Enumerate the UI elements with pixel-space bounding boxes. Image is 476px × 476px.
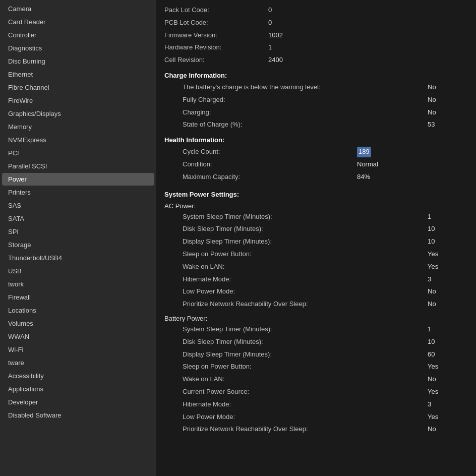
top-fields: Pack Lot Code:0PCB Lot Code:0Firmware Ve… (164, 4, 468, 67)
sidebar-item-locations[interactable]: Locations (2, 304, 154, 317)
field-value: Normal (357, 159, 378, 170)
sidebar-item-diagnostics[interactable]: Diagnostics (2, 42, 154, 54)
ac-field-row: Sleep on Power Button:Yes (164, 248, 468, 261)
sidebar-item-sas[interactable]: SAS (2, 199, 154, 212)
sidebar-item-wifi[interactable]: Wi-Fi (2, 343, 154, 356)
field-value: No (428, 82, 436, 93)
ac-field-row: Wake on LAN:Yes (164, 261, 468, 273)
field-label: State of Charge (%): (183, 120, 425, 130)
field-value: 3 (428, 274, 431, 285)
battery-field-row: Low Power Mode:Yes (164, 411, 468, 424)
sidebar-item-card-reader[interactable]: Card Reader (2, 16, 154, 28)
sidebar-item-applications[interactable]: Applications (2, 383, 154, 395)
field-label: Sleep on Power Button: (183, 362, 425, 372)
ac-fields: System Sleep Timer (Minutes):1Disk Sleep… (164, 211, 468, 311)
sidebar-item-power[interactable]: Power (2, 173, 154, 186)
sidebar-item-memory[interactable]: Memory (2, 121, 154, 133)
field-value: Yes (428, 362, 438, 372)
sidebar-item-pci[interactable]: PCI (2, 147, 154, 159)
field-value: 84% (357, 172, 370, 183)
battery-field-row: System Sleep Timer (Minutes):1 (164, 323, 468, 336)
charge-section-header: Charge Information: (164, 72, 468, 79)
field-label: Cycle Count: (183, 147, 354, 157)
sidebar-item-graphics-displays[interactable]: Graphics/Displays (2, 107, 154, 120)
field-label: Low Power Mode: (183, 286, 425, 297)
field-label: Fully Charged: (183, 95, 425, 105)
sidebar-item-volumes[interactable]: Volumes (2, 317, 154, 330)
field-value: 3 (428, 399, 431, 410)
field-label: Disk Sleep Timer (Minutes): (183, 337, 425, 347)
charge-field-row: The battery's charge is below the warnin… (164, 81, 468, 94)
health-field-row: Condition:Normal (164, 158, 468, 171)
sidebar-item-developer[interactable]: Developer (2, 396, 154, 408)
ac-power-header: AC Power: (164, 202, 468, 210)
field-value: 2400 (268, 55, 283, 66)
top-field-row: Cell Revision:2400 (164, 54, 468, 67)
battery-power-header: Battery Power: (164, 315, 468, 322)
sidebar-item-thunderbolt-usb4[interactable]: Thunderbolt/USB4 (2, 252, 154, 264)
battery-field-row: Disk Sleep Timer (Minutes):10 (164, 336, 468, 348)
health-section-header: Health Information: (164, 136, 468, 144)
field-value: Yes (428, 249, 438, 260)
field-value: 10 (428, 337, 435, 347)
ac-field-row: System Sleep Timer (Minutes):1 (164, 211, 468, 223)
sidebar-item-sata[interactable]: SATA (2, 212, 154, 225)
sidebar-item-controller[interactable]: Controller (2, 29, 154, 41)
field-label: Hibernate Mode: (183, 274, 425, 285)
field-value: 0 (268, 5, 272, 16)
sidebar-item-accessibility[interactable]: Accessibility (2, 370, 154, 382)
charge-field-row: State of Charge (%):53 (164, 118, 468, 131)
field-value: 10 (428, 236, 435, 247)
field-value: Yes (428, 262, 438, 272)
field-value: 60 (428, 349, 435, 360)
sidebar-item-storage[interactable]: Storage (2, 239, 154, 251)
field-label: Current Power Source: (183, 387, 425, 397)
field-label: Hibernate Mode: (183, 399, 425, 410)
top-field-row: Firmware Version:1002 (164, 29, 468, 42)
sidebar-item-fibre-channel[interactable]: Fibre Channel (2, 81, 154, 94)
field-label: Display Sleep Timer (Minutes): (183, 349, 425, 360)
sidebar-item-usb[interactable]: USB (2, 265, 154, 277)
sidebar-item-parallel-scsi[interactable]: Parallel SCSI (2, 160, 154, 172)
sidebar-item-software[interactable]: tware (2, 356, 154, 369)
ac-field-row: Display Sleep Timer (Minutes):10 (164, 235, 468, 248)
field-value: 1002 (268, 30, 283, 41)
sidebar-item-network[interactable]: twork (2, 278, 154, 290)
field-value: No (428, 286, 436, 297)
battery-field-row: Prioritize Network Reachability Over Sle… (164, 423, 468, 436)
sidebar-item-ethernet[interactable]: Ethernet (2, 68, 154, 81)
field-label: Display Sleep Timer (Minutes): (183, 236, 425, 247)
sidebar: CameraCard ReaderControllerDiagnosticsDi… (0, 0, 156, 476)
field-label: Charging: (183, 107, 425, 118)
sidebar-item-camera[interactable]: Camera (2, 3, 154, 15)
field-label: Prioritize Network Reachability Over Sle… (183, 424, 425, 435)
ac-field-row: Prioritize Network Reachability Over Sle… (164, 298, 468, 311)
battery-field-row: Current Power Source:Yes (164, 386, 468, 398)
sidebar-item-disc-burning[interactable]: Disc Burning (2, 55, 154, 68)
sidebar-item-nvmexpress[interactable]: NVMExpress (2, 134, 154, 146)
field-label: Wake on LAN: (183, 374, 425, 385)
field-value: Yes (428, 412, 438, 423)
health-fields: Cycle Count:189Condition:NormalMaximum C… (164, 146, 468, 183)
field-value: 0 (268, 18, 272, 28)
field-label: The battery's charge is below the warnin… (183, 82, 425, 93)
sidebar-item-firewall[interactable]: Firewall (2, 291, 154, 304)
battery-field-row: Wake on LAN:No (164, 373, 468, 386)
sidebar-item-firewire[interactable]: FireWire (2, 94, 154, 107)
field-label: Hardware Revision: (164, 42, 265, 53)
field-label: System Sleep Timer (Minutes): (183, 212, 425, 222)
health-field-row: Cycle Count:189 (164, 146, 468, 158)
sidebar-item-disabled-software[interactable]: Disabled Software (2, 409, 154, 422)
sidebar-item-printers[interactable]: Printers (2, 186, 154, 199)
top-field-row: Pack Lot Code:0 (164, 4, 468, 17)
sidebar-item-spi[interactable]: SPI (2, 225, 154, 238)
field-value: No (428, 95, 436, 105)
field-label: Maximum Capacity: (183, 172, 354, 183)
field-value: 53 (428, 120, 435, 130)
field-value: No (428, 299, 436, 310)
system-power-header: System Power Settings: (164, 191, 468, 198)
ac-field-row: Disk Sleep Timer (Minutes):10 (164, 223, 468, 235)
field-value: 10 (428, 224, 435, 234)
top-field-row: Hardware Revision:1 (164, 41, 468, 54)
sidebar-item-wwan[interactable]: WWAN (2, 330, 154, 343)
